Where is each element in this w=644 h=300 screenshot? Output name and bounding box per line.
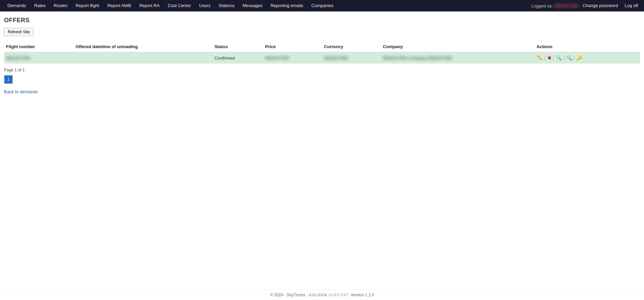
col-offered-datetime: Offered datetime of unloading [74,41,213,52]
cell-status: Confirmed [213,52,263,64]
sep2: | [553,56,554,61]
nav-companies[interactable]: Companies [307,0,338,11]
cell-offered-datetime [74,52,213,64]
change-password-link[interactable]: Change password [580,0,621,11]
col-currency: Currency [322,41,381,52]
nav-reporting-emails[interactable]: Reporting emails [266,0,307,11]
nav-rates[interactable]: Rates [30,0,50,11]
col-price: Price [263,41,322,52]
sep4: | [574,56,575,61]
nav-report-flight[interactable]: Report flight [72,0,103,11]
col-actions: Actions [534,41,640,52]
logged-as-label: Logged as: [531,3,553,8]
nav-stations[interactable]: Stations [215,0,238,11]
back-to-demands-link[interactable]: Back to demands [4,89,38,94]
log-off-link[interactable]: Log off [622,0,641,11]
cell-price: REDACTED [263,52,322,64]
cell-currency: REDACTED [322,52,381,64]
cell-flight-number: REDACTED [4,52,74,64]
nav-routes[interactable]: Routes [50,0,72,11]
pagination: 1 [4,75,640,84]
nav-report-ra[interactable]: Report RA [135,0,164,11]
col-status: Status [213,41,263,52]
table-header-row: Flight number Offered datetime of unload… [4,41,640,52]
refresh-site-button[interactable]: Refresh Site [4,28,34,36]
nav-users[interactable]: Users [195,0,215,11]
nav-demands[interactable]: Demands [3,0,30,11]
nav-report-awb[interactable]: Report AWB [103,0,135,11]
key-icon[interactable]: 🔑 [576,55,583,61]
cell-company: REDACTED Company REDACTED [381,52,535,64]
col-company: Company [381,41,535,52]
table-row: REDACTEDConfirmedREDACTEDREDACTEDREDACTE… [4,52,640,64]
search-icon[interactable]: 🔍 [566,55,573,61]
col-flight-number: Flight number [4,41,74,52]
edit-icon[interactable]: ✏️ [536,55,543,61]
pagination-info: Page 1 of 1 [4,68,640,72]
sep3: | [563,56,564,61]
delete-icon[interactable]: ✖ [547,55,552,61]
view-icon[interactable]: 🔍 [555,55,562,61]
nav-cost-center[interactable]: Cost Center [164,0,195,11]
main-content: OFFERS Refresh Site Flight number Offere… [0,11,644,100]
page-1-button[interactable]: 1 [4,75,13,84]
cell-actions: ✏️ | ✖ | 🔍 | 🔍 | 🔑 [534,52,640,64]
main-navbar: Demands Rates Routes Report flight Repor… [0,0,644,11]
username: REDACTED [554,3,578,8]
nav-messages[interactable]: Messages [238,0,266,11]
offers-table: Flight number Offered datetime of unload… [4,41,640,64]
user-section: Logged as: REDACTED Change password Log … [531,0,641,11]
page-title: OFFERS [4,17,640,24]
sep1: | [544,56,545,61]
